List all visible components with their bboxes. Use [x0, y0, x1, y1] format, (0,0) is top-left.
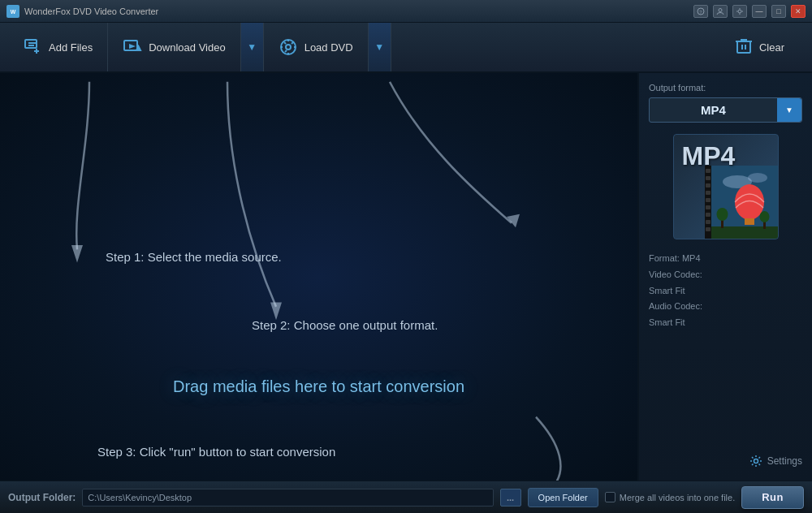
titlebar: W WonderFox DVD Video Converter ? — □ ✕ [0, 0, 812, 23]
step2-text: Step 2: Choose one output format. [252, 318, 438, 332]
download-video-icon [123, 37, 142, 57]
user-btn[interactable] [713, 5, 728, 18]
svg-point-4 [719, 8, 722, 11]
download-video-dropdown[interactable]: ▼ [241, 23, 264, 71]
download-video-button[interactable]: Download Video [108, 23, 240, 71]
close-button[interactable]: ✕ [791, 5, 806, 18]
load-dvd-button[interactable]: Load DVD [264, 23, 369, 71]
add-files-button[interactable]: Add Files [8, 23, 108, 71]
clear-button[interactable]: Clear [715, 23, 804, 71]
load-dvd-icon [279, 37, 298, 57]
svg-marker-16 [507, 214, 520, 227]
add-files-icon [23, 37, 42, 57]
svg-rect-34 [711, 226, 778, 239]
format-info: Format: MP4 Video Codec: Smart Fit Audio… [649, 251, 802, 351]
merge-label: Merge all videos into one file. [620, 493, 735, 502]
browse-button[interactable]: ... [500, 489, 521, 507]
svg-marker-8 [129, 44, 136, 49]
svg-rect-22 [706, 183, 710, 188]
right-panel: Output format: MP4 ▼ MP4 [637, 73, 812, 481]
format-info-video-value: Smart Fit [649, 283, 802, 300]
format-thumbnail: MP4 [673, 134, 779, 239]
svg-point-31 [748, 173, 767, 183]
drag-drop-hint[interactable]: Drag media files here to start conversio… [173, 377, 464, 396]
svg-point-36 [716, 208, 728, 221]
main-area: Step 1: Select the media source. Step 2:… [0, 73, 812, 481]
format-info-video-label: Video Codec: [649, 267, 802, 283]
svg-marker-14 [71, 245, 83, 263]
step1-text: Step 1: Select the media source. [106, 250, 282, 264]
svg-point-32 [735, 184, 764, 220]
format-selector[interactable]: MP4 ▼ [649, 97, 802, 123]
settings-gear-icon [749, 455, 762, 468]
svg-rect-21 [706, 176, 710, 180]
window-title: WonderFox DVD Video Converter [24, 6, 693, 16]
window-controls: ? — □ ✕ [693, 5, 806, 18]
toolbar: Add Files Download Video ▼ Load DVD ▼ [0, 23, 812, 73]
settings-link[interactable]: Settings [649, 451, 802, 471]
svg-point-38 [759, 211, 769, 222]
load-dvd-dropdown[interactable]: ▼ [369, 23, 391, 71]
svg-rect-24 [706, 198, 710, 202]
svg-point-9 [281, 40, 296, 54]
merge-checkbox[interactable] [605, 492, 615, 502]
svg-rect-25 [706, 205, 710, 209]
info-btn[interactable]: ? [693, 5, 708, 18]
settings-title-btn[interactable] [732, 5, 747, 18]
svg-rect-27 [706, 220, 710, 224]
app-icon: W [6, 5, 19, 18]
clear-label: Clear [759, 41, 784, 54]
output-format-label: Output format: [649, 83, 802, 93]
settings-label: Settings [767, 455, 802, 467]
format-thumbnail-text: MP4 [682, 141, 736, 171]
svg-point-10 [286, 45, 291, 50]
svg-rect-26 [706, 213, 710, 217]
format-info-audio-value: Smart Fit [649, 315, 802, 331]
format-selector-value: MP4 [650, 98, 777, 122]
clear-icon [735, 37, 753, 58]
svg-marker-15 [270, 303, 282, 321]
svg-rect-33 [745, 218, 754, 225]
svg-text:W: W [11, 9, 16, 15]
open-folder-button[interactable]: Open Folder [528, 488, 598, 507]
content-area[interactable]: Step 1: Select the media source. Step 2:… [0, 73, 637, 481]
maximize-button[interactable]: □ [771, 5, 786, 18]
minimize-button[interactable]: — [752, 5, 767, 18]
run-button[interactable]: Run [741, 486, 804, 509]
svg-rect-11 [737, 41, 750, 53]
load-dvd-label: Load DVD [304, 41, 353, 54]
output-folder-path: C:\Users\Kevincy\Desktop [82, 489, 493, 507]
svg-rect-23 [706, 191, 710, 195]
svg-point-39 [754, 459, 758, 463]
format-dropdown-arrow[interactable]: ▼ [777, 98, 801, 122]
format-info-audio-label: Audio Codec: [649, 299, 802, 315]
svg-point-5 [738, 10, 741, 13]
merge-checkbox-area: Merge all videos into one file. [605, 492, 735, 502]
svg-rect-28 [706, 227, 710, 231]
format-info-format: Format: MP4 [649, 251, 802, 267]
step3-text: Step 3: Click "run" button to start conv… [97, 445, 335, 459]
add-files-label: Add Files [49, 41, 93, 54]
download-video-label: Download Video [149, 41, 225, 54]
output-folder-label: Output Folder: [8, 492, 76, 503]
bottombar: Output Folder: C:\Users\Kevincy\Desktop … [0, 481, 812, 513]
